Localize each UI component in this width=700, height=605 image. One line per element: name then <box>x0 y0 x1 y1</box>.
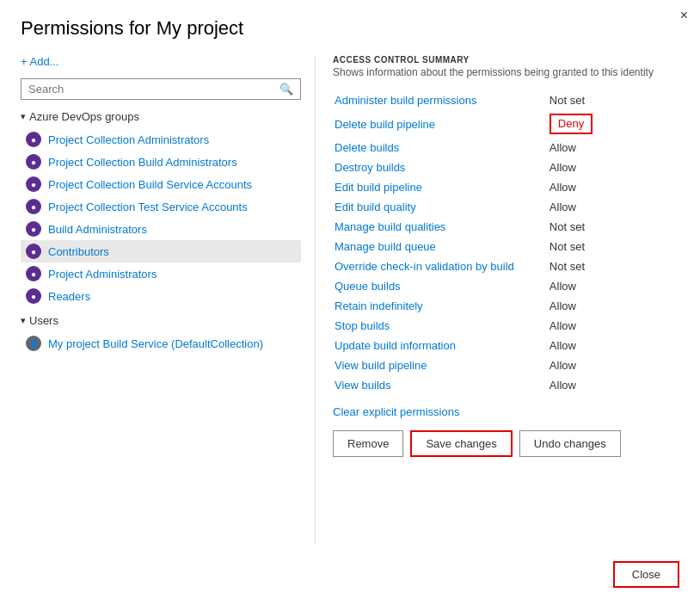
user-name: My project Build Service (DefaultCollect… <box>48 337 263 350</box>
acs-header-label: ACCESS CONTROL SUMMARY <box>333 55 679 65</box>
user-list: ● Project Collection Administrators ● Pr… <box>21 128 301 307</box>
users-section: ▾ Users 👤 My project Build Service (Defa… <box>21 314 301 355</box>
table-row: Override check-in validation by buildNot… <box>333 256 679 276</box>
left-panel: + Add... 🔍 ▾ Azure DevOps groups ● Proje… <box>21 55 316 544</box>
users-section-header[interactable]: ▾ Users <box>21 314 301 327</box>
list-item[interactable]: ● Project Administrators <box>21 262 301 285</box>
permission-value: Allow <box>548 316 679 336</box>
list-item[interactable]: ● Project Collection Test Service Accoun… <box>21 195 301 218</box>
permission-value: Allow <box>548 138 679 157</box>
list-item[interactable]: 👤 My project Build Service (DefaultColle… <box>21 332 301 355</box>
table-row: View build pipelineAllow <box>333 355 679 375</box>
group-header-label: Azure DevOps groups <box>29 110 139 123</box>
permission-name[interactable]: Edit build quality <box>333 197 548 217</box>
remove-button[interactable]: Remove <box>333 430 403 457</box>
permission-name[interactable]: Destroy builds <box>333 157 548 177</box>
user-name: Build Administrators <box>48 223 147 236</box>
permission-value: Not set <box>548 217 679 237</box>
user-name: Contributors <box>48 245 109 258</box>
table-row: Delete build pipelineDeny <box>333 110 679 138</box>
acs-subtitle: Shows information about the permissions … <box>333 66 679 78</box>
permission-name[interactable]: View build pipeline <box>333 355 548 375</box>
undo-changes-button[interactable]: Undo changes <box>519 430 621 457</box>
permission-value: Allow <box>548 375 679 395</box>
list-item-selected[interactable]: ● Contributors <box>21 240 301 262</box>
table-row: Administer build permissionsNot set <box>333 90 679 110</box>
table-row: Edit build pipelineAllow <box>333 177 679 197</box>
users-label: Users <box>29 314 58 327</box>
save-changes-button[interactable]: Save changes <box>410 430 512 457</box>
table-row: Queue buildsAllow <box>333 276 679 296</box>
individual-user-list: 👤 My project Build Service (DefaultColle… <box>21 332 301 355</box>
add-button[interactable]: + Add... <box>21 55 58 68</box>
avatar: ● <box>26 221 41 237</box>
action-buttons-row: Remove Save changes Undo changes <box>333 430 679 457</box>
permission-name[interactable]: Administer build permissions <box>333 90 548 110</box>
table-row: View buildsAllow <box>333 375 679 395</box>
list-item[interactable]: ● Project Collection Build Administrator… <box>21 151 301 173</box>
permissions-table: Administer build permissionsNot setDelet… <box>333 90 679 395</box>
permission-value: Deny <box>548 110 679 138</box>
permission-name[interactable]: Edit build pipeline <box>333 177 548 197</box>
dialog-footer: Close <box>21 544 679 588</box>
deny-badge: Deny <box>550 114 593 134</box>
clear-permissions-link[interactable]: Clear explicit permissions <box>333 405 679 418</box>
table-row: Manage build qualitiesNot set <box>333 217 679 237</box>
dialog-title: Permissions for My project <box>21 17 679 40</box>
permission-name[interactable]: Delete build pipeline <box>333 110 548 138</box>
table-row: Stop buildsAllow <box>333 316 679 336</box>
permission-name[interactable]: Manage build qualities <box>333 217 548 237</box>
list-item[interactable]: ● Readers <box>21 285 301 307</box>
avatar: ● <box>26 288 41 304</box>
chevron-down-icon: ▾ <box>21 315 26 326</box>
user-name: Project Collection Build Administrators <box>48 156 237 169</box>
avatar: ● <box>26 132 41 147</box>
table-row: Manage build queueNot set <box>333 237 679 256</box>
permission-name[interactable]: Override check-in validation by build <box>333 256 548 276</box>
list-item[interactable]: ● Project Collection Build Service Accou… <box>21 173 301 195</box>
list-item[interactable]: ● Build Administrators <box>21 218 301 240</box>
permission-name[interactable]: Update build information <box>333 336 548 355</box>
avatar: ● <box>26 199 41 214</box>
permission-value: Not set <box>548 237 679 256</box>
user-name: Project Collection Test Service Accounts <box>48 201 248 213</box>
permission-name[interactable]: Stop builds <box>333 316 548 336</box>
search-box: 🔍 <box>21 78 301 100</box>
close-x-button[interactable]: × <box>680 9 688 22</box>
dialog-body: + Add... 🔍 ▾ Azure DevOps groups ● Proje… <box>21 55 679 544</box>
table-row: Update build informationAllow <box>333 336 679 355</box>
permission-value: Allow <box>548 276 679 296</box>
avatar: ● <box>26 154 41 170</box>
avatar: ● <box>26 244 41 259</box>
avatar: ● <box>26 176 41 192</box>
close-button[interactable]: Close <box>613 561 679 588</box>
search-icon: 🔍 <box>279 83 293 96</box>
permission-value: Allow <box>548 336 679 355</box>
list-item[interactable]: ● Project Collection Administrators <box>21 128 301 151</box>
user-name: Readers <box>48 290 90 303</box>
permission-value: Not set <box>548 90 679 110</box>
permission-name[interactable]: Delete builds <box>333 138 548 157</box>
table-row: Retain indefinitelyAllow <box>333 296 679 316</box>
permission-value: Allow <box>548 296 679 316</box>
permission-value: Not set <box>548 256 679 276</box>
permission-name[interactable]: Retain indefinitely <box>333 296 548 316</box>
permission-value: Allow <box>548 197 679 217</box>
avatar: ● <box>26 266 41 281</box>
permission-name[interactable]: Manage build queue <box>333 237 548 256</box>
permissions-dialog: × Permissions for My project + Add... 🔍 … <box>0 0 700 605</box>
group-header[interactable]: ▾ Azure DevOps groups <box>21 110 301 123</box>
table-row: Delete buildsAllow <box>333 138 679 157</box>
permission-value: Allow <box>548 177 679 197</box>
avatar: 👤 <box>26 336 41 351</box>
user-name: Project Collection Build Service Account… <box>48 178 252 191</box>
permission-name[interactable]: View builds <box>333 375 548 395</box>
search-input[interactable] <box>28 83 279 96</box>
table-row: Edit build qualityAllow <box>333 197 679 217</box>
right-panel: ACCESS CONTROL SUMMARY Shows information… <box>316 55 679 544</box>
user-name: Project Collection Administrators <box>48 133 209 146</box>
permission-name[interactable]: Queue builds <box>333 276 548 296</box>
table-row: Destroy buildsAllow <box>333 157 679 177</box>
user-name: Project Administrators <box>48 268 157 281</box>
permission-value: Allow <box>548 157 679 177</box>
